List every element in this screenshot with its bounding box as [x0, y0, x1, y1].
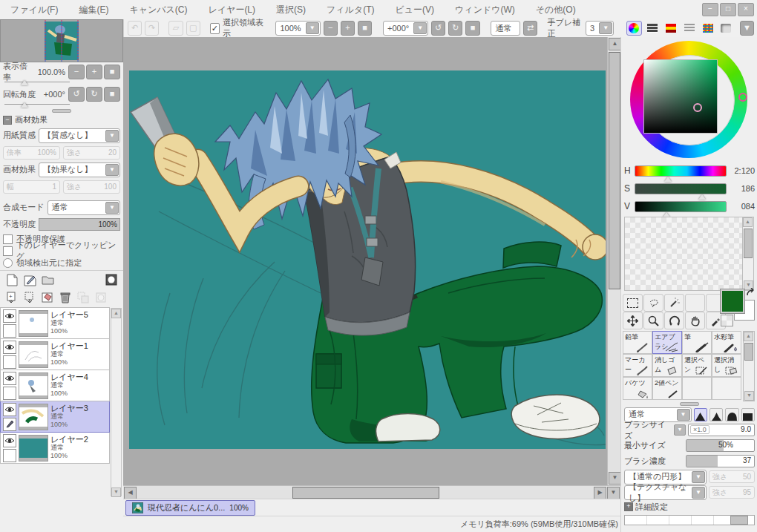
- collapse-material-button[interactable]: −: [3, 116, 12, 125]
- value-slider[interactable]: [635, 201, 727, 212]
- zoom-in-button[interactable]: +: [341, 21, 355, 36]
- rotate-reset-button[interactable]: ■: [465, 21, 479, 36]
- canvas-viewport[interactable]: ▲ ▼: [123, 37, 620, 485]
- chevron-down-icon[interactable]: ▼: [413, 22, 427, 34]
- scroll-up-icon[interactable]: ▲: [609, 38, 620, 50]
- chevron-down-icon[interactable]: ▼: [692, 487, 705, 499]
- hue-marker-icon[interactable]: [738, 93, 747, 102]
- layer-list-scrollbar[interactable]: ▲ ▼: [111, 308, 122, 496]
- move-tool[interactable]: [623, 312, 643, 329]
- brush-grid-scrollbar[interactable]: ▲ ▼: [743, 331, 755, 401]
- brush-brush[interactable]: 筆: [682, 331, 712, 354]
- scroll-up-icon[interactable]: ▲: [744, 332, 753, 341]
- maximize-button[interactable]: □: [720, 3, 736, 16]
- scroll-up-icon[interactable]: ▲: [111, 309, 121, 318]
- layer-paint-indicator[interactable]: [3, 355, 16, 369]
- brush-edge-flat-button[interactable]: [741, 408, 755, 421]
- lasso-tool[interactable]: [643, 294, 663, 312]
- hue-slider[interactable]: [635, 165, 727, 177]
- toolbar-overflow-button[interactable]: ▼: [740, 21, 754, 36]
- canvas-artwork[interactable]: [129, 70, 606, 449]
- layer-row-4[interactable]: レイヤー4 通常 100%: [0, 370, 110, 401]
- rotate-cw-button[interactable]: ↻: [448, 21, 462, 36]
- brush-bucket[interactable]: バケツ: [623, 377, 652, 400]
- quick-size-thumb[interactable]: [730, 516, 748, 525]
- rgb-slider-toggle[interactable]: [663, 21, 678, 36]
- brush-size-bar[interactable]: ×1.0 9.0: [688, 424, 755, 436]
- nav-zoom-in-button[interactable]: +: [86, 65, 102, 79]
- brush-eraser[interactable]: 消しゴム: [652, 354, 682, 377]
- color-wheel-toggle[interactable]: [626, 21, 642, 36]
- material-effect-combo[interactable]: 【効果なし】 ▼: [39, 162, 120, 177]
- menu-filter[interactable]: フィルタ(T): [316, 4, 384, 16]
- zoom-reset-button[interactable]: ■: [358, 21, 372, 36]
- close-button[interactable]: ×: [738, 3, 754, 16]
- brush-binary-pen[interactable]: 2値ペン: [652, 377, 682, 400]
- new-layer-button[interactable]: [3, 272, 21, 288]
- scroll-up-icon[interactable]: ▲: [743, 217, 753, 227]
- brush-edge-dome-button[interactable]: [725, 408, 738, 421]
- reselect-button[interactable]: ▢: [186, 21, 200, 36]
- layer-visibility-toggle[interactable]: [3, 341, 16, 354]
- brush-selection-eraser[interactable]: 選択消し: [712, 354, 741, 377]
- zoom-combo[interactable]: 100% ▼: [275, 21, 320, 36]
- scratchpad-toggle[interactable]: [718, 21, 734, 36]
- quick-size-bar[interactable]: [624, 515, 755, 525]
- chevron-down-icon[interactable]: ▼: [105, 130, 119, 142]
- chevron-down-icon[interactable]: ▼: [306, 22, 319, 34]
- clear-layer-button[interactable]: [39, 289, 56, 306]
- clipping-checkbox[interactable]: [3, 246, 13, 256]
- mixer-toggle[interactable]: [681, 21, 697, 36]
- brush-edge-soft-button[interactable]: [710, 408, 723, 421]
- layer-visibility-toggle[interactable]: [3, 434, 16, 447]
- scroll-thumb[interactable]: [744, 343, 753, 361]
- chevron-down-icon[interactable]: ▼: [105, 164, 119, 176]
- scroll-down-icon[interactable]: ▼: [744, 391, 754, 401]
- merge-down-button[interactable]: [21, 289, 39, 306]
- density-bar[interactable]: 37: [686, 455, 755, 467]
- nav-rotate-reset-button[interactable]: ■: [104, 87, 120, 102]
- brush-edge-hard-button[interactable]: [694, 408, 707, 421]
- flip-horizontal-button[interactable]: ⇄: [523, 21, 537, 36]
- undo-button[interactable]: ↶: [128, 21, 142, 36]
- layer-visibility-toggle[interactable]: [3, 309, 16, 323]
- opacity-lock-checkbox[interactable]: [3, 234, 13, 244]
- brush-marker[interactable]: マーカー: [623, 354, 652, 377]
- selection-view-checkbox[interactable]: ✓: [210, 23, 220, 34]
- blend-mode-combo[interactable]: 通常 ▼: [47, 200, 120, 215]
- brush-texture-combo[interactable]: 【テクスチャなし】 ▼: [624, 485, 707, 500]
- foreground-color-swatch[interactable]: [721, 289, 744, 313]
- size-unit-dropdown[interactable]: ▼: [674, 424, 686, 436]
- nav-zoom-reset-button[interactable]: ■: [104, 65, 120, 79]
- nav-rotation-slider[interactable]: [0, 102, 74, 108]
- min-size-bar[interactable]: 50%: [686, 439, 755, 452]
- nav-rotate-cw-button[interactable]: ↻: [86, 87, 102, 102]
- hscroll-thumb[interactable]: [292, 487, 439, 499]
- layer-paint-indicator[interactable]: [3, 449, 16, 462]
- zoom-out-button[interactable]: −: [324, 21, 338, 36]
- detection-source-radio[interactable]: [3, 258, 13, 268]
- layer-row-1[interactable]: レイヤー1 通常 100%: [0, 339, 110, 370]
- panel-splitter[interactable]: [621, 402, 757, 406]
- brush-airbrush-selected[interactable]: エアブラシ: [652, 331, 682, 354]
- menu-view[interactable]: ビュー(V): [385, 4, 445, 16]
- layer-row-3-selected[interactable]: レイヤー3 通常 100%: [0, 401, 110, 433]
- nav-zoom-out-button[interactable]: −: [68, 65, 85, 79]
- magic-wand-tool[interactable]: [664, 294, 684, 312]
- nav-zoom-slider[interactable]: [0, 80, 74, 86]
- menu-edit[interactable]: 編集(E): [68, 4, 119, 16]
- layer-paint-indicator[interactable]: [3, 387, 16, 400]
- delete-layer-button[interactable]: [56, 289, 74, 306]
- chevron-down-icon[interactable]: ▼: [692, 471, 705, 483]
- scroll-left-icon[interactable]: ◀: [124, 487, 137, 499]
- chevron-down-icon[interactable]: ▼: [105, 202, 119, 214]
- document-tab[interactable]: 現代忍者にんにん0... 100%: [125, 500, 255, 516]
- brush-selection-pen[interactable]: 選択ペン: [682, 354, 712, 377]
- transfer-down-button[interactable]: +: [3, 289, 21, 306]
- layer-paint-indicator[interactable]: [3, 324, 16, 338]
- saturation-value-square[interactable]: [643, 59, 718, 134]
- vscroll-thumb[interactable]: [609, 52, 620, 289]
- layer-visibility-toggle[interactable]: [3, 372, 16, 385]
- layer-row-5[interactable]: レイヤー5 通常 100%: [0, 308, 110, 339]
- menu-layer[interactable]: レイヤー(L): [198, 4, 266, 16]
